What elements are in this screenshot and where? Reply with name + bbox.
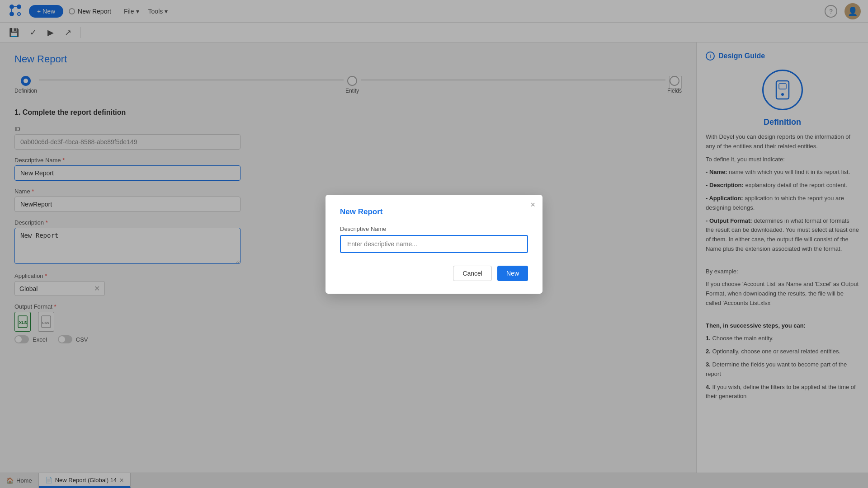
modal-title: New Report bbox=[340, 207, 528, 216]
cancel-button[interactable]: Cancel bbox=[453, 266, 492, 281]
modal-new-button[interactable]: New bbox=[497, 266, 528, 281]
modal-label: Descriptive Name bbox=[340, 225, 528, 232]
modal-close-button[interactable]: × bbox=[530, 200, 535, 210]
modal-footer: Cancel New bbox=[340, 266, 528, 281]
modal-overlay: New Report × Descriptive Name Cancel New bbox=[0, 0, 868, 488]
new-report-modal: New Report × Descriptive Name Cancel New bbox=[326, 195, 542, 294]
modal-descriptive-name-input[interactable] bbox=[340, 235, 528, 253]
